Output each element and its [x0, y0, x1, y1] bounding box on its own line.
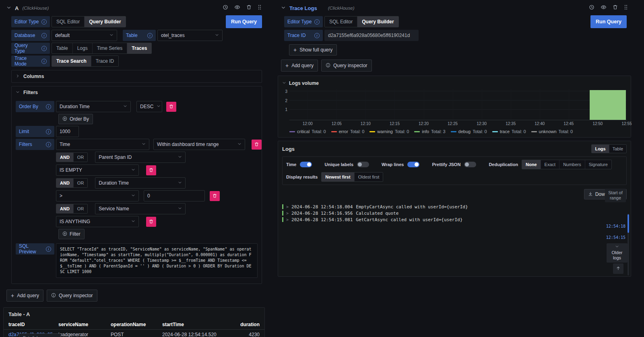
bool-and[interactable]: AND — [56, 153, 74, 162]
log-expand-chevron-icon[interactable]: > — [286, 205, 289, 209]
col-traceid[interactable]: traceID — [8, 322, 58, 327]
filter-field-select[interactable]: Parent Span ID — [95, 152, 186, 163]
trash-icon[interactable] — [246, 4, 252, 12]
remove-filter-button[interactable] — [146, 217, 156, 227]
trace-mode-search[interactable]: Trace Search — [52, 56, 91, 66]
eye-icon[interactable] — [234, 4, 240, 12]
prettify-json-toggle[interactable] — [464, 162, 476, 167]
legend-item-warning[interactable]: warningTotal: 0 — [369, 129, 409, 134]
history-icon[interactable] — [589, 4, 594, 12]
log-expand-chevron-icon[interactable]: > — [286, 211, 289, 216]
bool-and[interactable]: AND — [56, 204, 74, 213]
info-icon[interactable]: i — [41, 19, 47, 25]
info-icon[interactable]: i — [41, 33, 47, 38]
oldest-first-option[interactable]: Oldest first — [355, 173, 383, 181]
query-type-time-series[interactable]: Time Series — [93, 43, 128, 53]
logs-scrollbar[interactable] — [627, 214, 629, 275]
logs-view-logs[interactable]: Logs — [592, 145, 609, 153]
add-order-by-button[interactable]: Order By — [58, 114, 93, 124]
add-filter-button[interactable]: Filter — [58, 229, 85, 239]
editor-type-sql-editor[interactable]: SQL Editor — [325, 16, 357, 27]
query-type-logs[interactable]: Logs — [73, 43, 93, 53]
info-icon[interactable]: i — [147, 33, 153, 38]
info-icon[interactable]: i — [46, 129, 51, 134]
add-query-button[interactable]: + Add query — [6, 290, 43, 302]
legend-item-trace[interactable]: traceTotal: 0 — [492, 129, 526, 134]
col-servicename[interactable]: serviceName — [58, 322, 111, 327]
run-query-button[interactable]: Run Query — [226, 15, 262, 28]
col-operationname[interactable]: operationName — [111, 322, 162, 327]
legend-item-critical[interactable]: criticalTotal: 0 — [289, 129, 326, 134]
older-logs-button[interactable]: Older logs — [607, 243, 627, 263]
history-icon[interactable] — [223, 4, 228, 12]
legend-item-debug[interactable]: debugTotal: 0 — [451, 129, 487, 134]
order-by-field-select[interactable]: Duration Time — [56, 101, 131, 112]
filter-operator-select[interactable]: IS EMPTY — [56, 164, 139, 176]
query-inspector-button[interactable]: Query inspector — [47, 290, 97, 302]
info-icon[interactable]: i — [41, 46, 47, 51]
table-select[interactable]: otel_traces — [157, 30, 223, 41]
add-query-button[interactable]: + Add query — [281, 60, 318, 72]
info-icon[interactable]: i — [46, 104, 51, 109]
legend-item-info[interactable]: infoTotal: 3 — [414, 129, 445, 134]
filter-operator-select[interactable]: IS ANYTHING — [56, 216, 139, 227]
trace-id-input[interactable]: d2a7155ef6a928a05680e5ff6190241d — [324, 30, 419, 41]
info-icon[interactable]: i — [46, 142, 51, 147]
col-duration[interactable]: duration — [235, 322, 260, 327]
logs-volume-header[interactable]: Logs volume — [282, 78, 627, 88]
filter-field-select[interactable]: Service Name — [95, 203, 186, 214]
unique-labels-toggle[interactable] — [357, 162, 369, 167]
scrollbar-thumb[interactable] — [627, 214, 629, 233]
legend-item-unknown[interactable]: unknownTotal: 0 — [531, 129, 573, 134]
log-expand-chevron-icon[interactable]: > — [286, 218, 289, 222]
chart-plot-area[interactable] — [289, 89, 627, 120]
editor-type-query-builder[interactable]: Query Builder — [357, 16, 398, 27]
info-icon[interactable]: i — [41, 59, 47, 64]
trace-mode-id[interactable]: Trace ID — [91, 56, 119, 66]
drag-handle-icon[interactable] — [258, 4, 262, 12]
dedup-none[interactable]: None — [522, 160, 541, 169]
filter-time-range-select[interactable]: Within dashboard time range — [153, 139, 245, 150]
legend-item-error[interactable]: errorTotal: 0 — [331, 129, 365, 134]
log-row[interactable]: > 2024-06-28 12:54:16.956 Calculated quo… — [282, 210, 627, 216]
info-icon[interactable]: i — [314, 33, 320, 38]
col-starttime[interactable]: startTime — [162, 322, 235, 327]
logs-view-table[interactable]: Table — [609, 145, 626, 153]
bool-and[interactable]: AND — [56, 179, 74, 187]
info-logs-bar[interactable] — [590, 90, 626, 120]
dedup-numbers[interactable]: Numbers — [559, 160, 585, 169]
collapse-chevron-icon[interactable] — [281, 4, 286, 12]
info-icon[interactable]: i — [46, 247, 51, 252]
query-inspector-button[interactable]: Query inspector — [321, 60, 372, 72]
filter-time-field-select[interactable]: Time — [56, 139, 149, 150]
wrap-lines-toggle[interactable] — [407, 162, 419, 167]
drag-handle-icon[interactable] — [624, 4, 628, 12]
collapse-chevron-icon[interactable] — [6, 4, 11, 12]
remove-filter-button[interactable] — [252, 140, 262, 150]
dedup-signature[interactable]: Signature — [585, 160, 611, 169]
newest-first-option[interactable]: Newest first — [322, 173, 354, 181]
query-type-table[interactable]: Table — [52, 43, 73, 53]
show-full-query-button[interactable]: + Show full query — [289, 44, 337, 55]
log-row[interactable]: > 2024-06-28 12:54:15.081 GetCartAsync c… — [282, 216, 627, 223]
filters-section-header[interactable]: Filters — [12, 86, 262, 99]
filter-operator-select[interactable]: > — [56, 190, 139, 201]
info-icon[interactable]: i — [314, 19, 320, 25]
eye-icon[interactable] — [601, 4, 607, 12]
log-row[interactable]: > 2024-06-28 12:54:18.004 EmptyCartAsync… — [282, 203, 627, 210]
order-by-direction-select[interactable]: DESC — [136, 101, 162, 112]
scroll-to-top-button[interactable] — [613, 263, 623, 274]
query-type-traces[interactable]: Traces — [127, 43, 151, 53]
bool-or[interactable]: OR — [74, 204, 88, 213]
filter-field-select[interactable]: Duration Time — [95, 177, 186, 189]
limit-input[interactable]: 1000 — [56, 126, 79, 137]
remove-filter-button[interactable] — [146, 165, 156, 175]
bool-or[interactable]: OR — [74, 179, 88, 187]
pane-title[interactable]: Trace Logs — [289, 5, 317, 11]
columns-section-header[interactable]: Columns — [12, 70, 262, 82]
dedup-exact[interactable]: Exact — [541, 160, 560, 169]
bool-or[interactable]: OR — [74, 153, 88, 162]
editor-type-sql-editor[interactable]: SQL Editor — [52, 16, 85, 27]
trash-icon[interactable] — [613, 4, 618, 12]
editor-type-query-builder[interactable]: Query Builder — [85, 16, 125, 27]
